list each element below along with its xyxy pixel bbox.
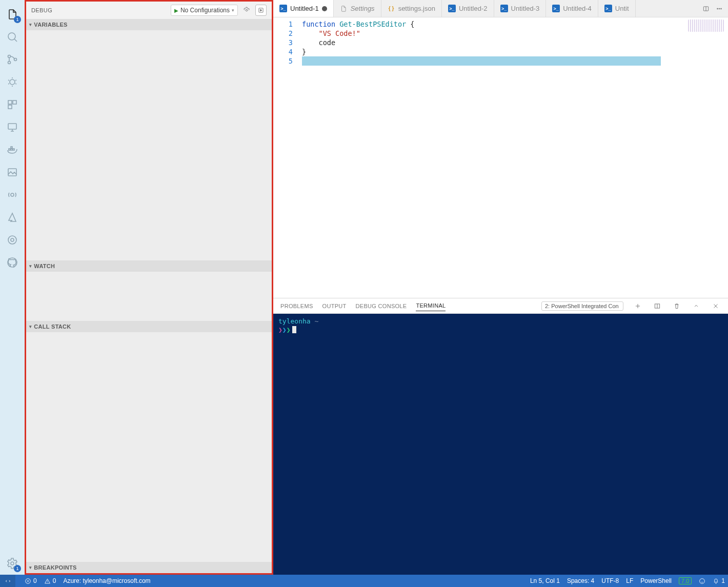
svg-point-22 bbox=[717, 8, 718, 9]
status-bell-icon[interactable]: 1 bbox=[713, 577, 725, 584]
new-terminal-icon[interactable] bbox=[633, 301, 643, 311]
file-icon bbox=[340, 5, 348, 12]
tab-debug-console[interactable]: DEBUG CONSOLE bbox=[356, 301, 407, 311]
debug-icon[interactable] bbox=[0, 71, 25, 93]
source-control-icon[interactable] bbox=[0, 48, 25, 71]
tab-untit[interactable]: >_Untit bbox=[598, 0, 636, 17]
debug-config-select[interactable]: ▶ No Configurations ▾ bbox=[171, 5, 238, 16]
svg-point-1 bbox=[8, 55, 11, 58]
chevron-down-icon: ▾ bbox=[29, 22, 32, 27]
extensions-icon[interactable] bbox=[0, 93, 25, 116]
breakpoints-section: ▾BREAKPOINTS bbox=[26, 562, 272, 573]
svg-point-14 bbox=[11, 193, 14, 196]
line-number: 3 bbox=[273, 38, 293, 47]
live-icon[interactable] bbox=[0, 184, 25, 206]
chevron-down-icon: ▾ bbox=[29, 565, 32, 570]
tab-label: Untitled-1 bbox=[290, 5, 319, 12]
more-icon[interactable] bbox=[714, 3, 725, 14]
tab-label: Untitled-3 bbox=[511, 5, 540, 12]
tab-settings[interactable]: Settings bbox=[334, 0, 381, 17]
terminal-user: tyleonha bbox=[278, 317, 311, 325]
svg-rect-7 bbox=[8, 105, 12, 109]
gear-icon[interactable] bbox=[241, 5, 252, 16]
code-content[interactable]: function Get-BestPSEditor { "VS Code!" c… bbox=[302, 17, 728, 298]
kill-terminal-icon[interactable] bbox=[672, 301, 682, 311]
docker-icon[interactable] bbox=[0, 138, 25, 161]
callstack-header[interactable]: ▾CALL STACK bbox=[26, 321, 272, 332]
terminal-select[interactable]: 2: PowerShell Integrated Con bbox=[541, 301, 623, 311]
debug-toggle-icon[interactable] bbox=[255, 5, 267, 16]
explorer-badge: 1 bbox=[14, 16, 21, 23]
powershell-file-icon: >_ bbox=[604, 5, 612, 12]
chevron-down-icon: ▾ bbox=[232, 8, 234, 13]
tab-terminal[interactable]: TERMINAL bbox=[416, 300, 446, 311]
tab-problems[interactable]: PROBLEMS bbox=[280, 301, 313, 311]
github-icon[interactable] bbox=[0, 251, 25, 274]
svg-point-15 bbox=[8, 236, 16, 244]
tab-settings-json[interactable]: { }settings.json bbox=[381, 0, 442, 17]
line-gutter: 12345 bbox=[273, 17, 302, 298]
tab-output[interactable]: OUTPUT bbox=[322, 301, 347, 311]
json-file-icon: { } bbox=[388, 5, 395, 12]
explorer-icon[interactable]: 1 bbox=[0, 3, 25, 26]
editor-body[interactable]: 12345 function Get-BestPSEditor { "VS Co… bbox=[273, 17, 728, 298]
svg-point-4 bbox=[10, 79, 15, 85]
panel-tabs: PROBLEMS OUTPUT DEBUG CONSOLE TERMINAL 2… bbox=[273, 298, 728, 314]
svg-point-18 bbox=[11, 562, 14, 565]
status-spaces[interactable]: Spaces: 4 bbox=[567, 577, 594, 584]
powershell-file-icon: >_ bbox=[500, 5, 508, 12]
status-encoding[interactable]: UTF-8 bbox=[601, 577, 619, 584]
line-number: 1 bbox=[273, 19, 293, 29]
line-number: 2 bbox=[273, 29, 293, 38]
status-eol[interactable]: LF bbox=[626, 577, 633, 584]
remote-indicator[interactable] bbox=[0, 575, 15, 587]
tab-untitled-2[interactable]: >_Untitled-2 bbox=[442, 0, 494, 17]
status-errors[interactable]: 0 bbox=[25, 577, 37, 584]
azure-icon[interactable] bbox=[0, 206, 25, 229]
status-azure[interactable]: Azure: tyleonha@microsoft.com bbox=[63, 577, 150, 584]
powershell-file-icon: >_ bbox=[448, 5, 456, 12]
maximize-panel-icon[interactable] bbox=[691, 301, 701, 311]
breakpoints-header[interactable]: ▾BREAKPOINTS bbox=[26, 562, 272, 573]
status-psversion[interactable]: 7.0 bbox=[679, 577, 692, 584]
tab-label: settings.json bbox=[398, 5, 435, 12]
sidebar-header: DEBUG ▶ No Configurations ▾ bbox=[26, 2, 272, 19]
watch-header[interactable]: ▾WATCH bbox=[26, 260, 272, 272]
split-terminal-icon[interactable] bbox=[652, 301, 662, 311]
svg-point-19 bbox=[246, 9, 248, 11]
image-icon[interactable] bbox=[0, 161, 25, 184]
terminal-body[interactable]: tyleonha ~ ❯❯❯ bbox=[273, 314, 728, 575]
watch-body bbox=[26, 272, 272, 321]
svg-rect-6 bbox=[13, 100, 16, 104]
tab-untitled-1[interactable]: >_Untitled-1 bbox=[273, 0, 334, 17]
tab-untitled-3[interactable]: >_Untitled-3 bbox=[494, 0, 547, 17]
svg-rect-11 bbox=[13, 149, 14, 150]
svg-rect-10 bbox=[11, 149, 12, 150]
remote-icon[interactable] bbox=[0, 116, 25, 138]
chevron-down-icon: ▾ bbox=[29, 324, 32, 329]
split-editor-icon[interactable] bbox=[700, 3, 712, 14]
close-panel-icon[interactable] bbox=[711, 301, 721, 311]
status-warnings[interactable]: 0 bbox=[44, 577, 56, 584]
tab-label: Untitled-2 bbox=[459, 5, 488, 12]
line-number: 5 bbox=[273, 56, 293, 66]
settings-gear-icon[interactable]: 1 bbox=[0, 552, 25, 575]
svg-point-24 bbox=[721, 8, 722, 9]
line-number: 4 bbox=[273, 47, 293, 56]
svg-rect-13 bbox=[8, 169, 16, 176]
svg-point-27 bbox=[700, 578, 705, 583]
tab-label: Untitled-4 bbox=[563, 5, 592, 12]
callstack-body bbox=[26, 332, 272, 562]
status-feedback-icon[interactable] bbox=[699, 578, 705, 584]
variables-header[interactable]: ▾VARIABLES bbox=[26, 19, 272, 30]
status-language[interactable]: PowerShell bbox=[640, 577, 672, 584]
search-icon[interactable] bbox=[0, 26, 25, 48]
tab-untitled-4[interactable]: >_Untitled-4 bbox=[546, 0, 598, 17]
tab-actions bbox=[697, 0, 728, 17]
svg-rect-12 bbox=[11, 147, 12, 148]
activity-bar: 1 1 bbox=[0, 0, 25, 575]
minimap[interactable] bbox=[688, 19, 724, 32]
svg-point-23 bbox=[719, 8, 720, 9]
status-lncol[interactable]: Ln 5, Col 1 bbox=[530, 577, 560, 584]
target-icon[interactable] bbox=[0, 229, 25, 251]
